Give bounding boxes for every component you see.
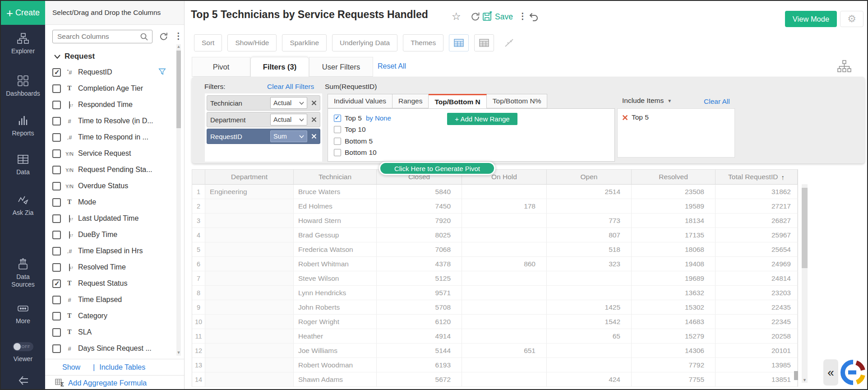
table-row[interactable]: 4 Brad Gessup 8025 807 17135 25967 [192, 228, 798, 242]
sidebar-item-explorer[interactable]: Explorer [1, 32, 45, 55]
scrollbar-thumb[interactable] [176, 51, 181, 128]
save-button[interactable]: * Save [482, 11, 513, 22]
table-row[interactable]: 8 Lynn Hendricks 9571 13632 23203 [192, 286, 798, 300]
table-row[interactable]: 10 Roger Wright 6120 1542 14683 22345 [192, 315, 798, 329]
column-item[interactable]: Y/N Overdue Status [45, 178, 176, 194]
underlying-data-button[interactable]: Underlying Data [332, 34, 397, 51]
column-item[interactable]: T Request Status [45, 275, 176, 292]
sidebar-item-more[interactable]: More [1, 302, 45, 325]
table-row[interactable]: 6 Robert Whitman 4378 860 323 19408 2496… [192, 257, 798, 271]
themes-button[interactable]: Themes [403, 34, 443, 51]
column-group-request[interactable]: Request [54, 52, 95, 61]
undo-icon[interactable] [528, 11, 540, 23]
column-item[interactable]: # Time Elapsed [45, 292, 176, 308]
add-aggregate-formula-link[interactable]: Σ Add Aggregate Formula [45, 375, 184, 390]
clear-all-filters-link[interactable]: Clear All Filters [267, 83, 314, 91]
column-item[interactable]: .# Time to Respond in ... [45, 129, 176, 145]
column-checkbox[interactable] [52, 68, 61, 77]
column-item[interactable]: Y/N Request Pending Sta... [45, 162, 176, 178]
column-item[interactable]: *# RequestID [45, 64, 176, 80]
table-scrollbar[interactable]: ▼ [802, 184, 808, 383]
filter-chip-department[interactable]: Department Actual [207, 112, 320, 127]
refresh-report-icon[interactable] [470, 11, 482, 23]
column-checkbox[interactable] [52, 133, 61, 142]
table-scrollbar-thumb[interactable] [802, 188, 808, 268]
column-checkbox[interactable] [52, 279, 61, 288]
scroll-down-icon[interactable]: ▼ [176, 350, 181, 355]
subtab-individual-values[interactable]: Individual Values [328, 94, 392, 108]
reset-all-link[interactable]: Reset All [378, 62, 406, 70]
column-item[interactable]: T SLA [45, 324, 176, 340]
by-none-link[interactable]: by None [366, 114, 391, 122]
search-columns-input[interactable]: Search Columns [52, 30, 152, 43]
scroll-corner-thumb[interactable] [794, 371, 798, 380]
column-item[interactable]: T Category [45, 308, 176, 324]
column-checkbox[interactable] [52, 328, 61, 337]
column-item[interactable]: T Completion Age Tier [45, 80, 176, 97]
view-mode-button[interactable]: View Mode [785, 11, 837, 27]
tab-pivot[interactable]: Pivot [192, 57, 250, 77]
table-scroll-down-icon[interactable]: ▼ [802, 378, 808, 382]
option-top-10[interactable]: Top 10 [328, 124, 614, 136]
column-item[interactable]: 17 Responded Time [45, 97, 176, 113]
table-row[interactable]: 9 John Roberts 5708 1425 15302 22435 [192, 300, 798, 315]
compact-view-button[interactable] [474, 34, 494, 51]
sidebar-item-data[interactable]: Data [1, 153, 45, 176]
option-bottom-5[interactable]: Bottom 5 [328, 135, 614, 147]
sidebar-item-viewer[interactable]: OFF Viewer [1, 342, 45, 362]
remove-item-icon[interactable] [622, 115, 628, 121]
zoho-analytics-logo[interactable] [839, 358, 867, 386]
table-row[interactable]: 11 Heather 4914 65 15279 20258 [192, 329, 798, 344]
column-item[interactable]: 17 Last Updated Time [45, 210, 176, 227]
column-checkbox[interactable] [52, 263, 61, 272]
column-checkbox[interactable] [52, 101, 61, 109]
option-checkbox[interactable] [334, 149, 341, 156]
table-row[interactable]: 1 Engineering Bruce Waters 5840 2514 235… [192, 185, 798, 199]
subtab-ranges[interactable]: Ranges [392, 94, 429, 108]
column-checkbox[interactable] [52, 182, 61, 190]
include-items-dropdown[interactable]: Include Items▼ [622, 97, 672, 105]
subtab-top-bottom-n[interactable]: Top/Bottom N [429, 94, 486, 108]
sidebar-item-ask-zia[interactable]: Ask Zia [1, 194, 45, 217]
table-row[interactable]: 7 Steve Wilson 5125 19689 24814 [192, 271, 798, 286]
column-header-resolved[interactable]: Resolved [632, 170, 716, 185]
option-bottom-10[interactable]: Bottom 10 [328, 147, 614, 159]
column-checkbox[interactable] [52, 296, 61, 304]
column-item[interactable]: 17 Resolved Time [45, 259, 176, 275]
columns-menu-icon[interactable]: ⋮ [174, 31, 183, 41]
collapse-panel-button[interactable]: « [823, 359, 838, 385]
add-new-range-button[interactable]: + Add New Range [447, 113, 517, 125]
subtab-top-bottom-n-[interactable]: Top/Bottom N% [487, 94, 548, 108]
column-item[interactable]: .# Time Elapsed in Hrs [45, 243, 176, 259]
column-checkbox[interactable] [52, 344, 61, 353]
column-checkbox[interactable] [52, 149, 61, 158]
option-checkbox[interactable] [334, 115, 341, 122]
tab-filters-3[interactable]: Filters (3) [250, 57, 309, 77]
column-item[interactable]: T Mode [45, 194, 176, 210]
filter-chip-technician[interactable]: Technician Actual [207, 95, 320, 111]
table-row[interactable]: 2 Ed Holmes 7450 178 19589 27217 [192, 199, 798, 214]
remove-filter-icon[interactable] [311, 100, 317, 106]
aggregate-select[interactable]: Actual [270, 114, 307, 125]
table-row[interactable]: 12 Joe Williams 5144 651 14306 20101 [192, 344, 798, 358]
table-row[interactable]: 5 Frederica Watson 7068 518 18068 25654 [192, 242, 798, 257]
column-checkbox[interactable] [52, 117, 61, 125]
filter-chip-requestid[interactable]: RequestID Sum [207, 129, 320, 144]
columns-scrollbar[interactable]: ▲ ▼ [176, 44, 181, 356]
filter-funnel-icon[interactable] [158, 68, 166, 77]
column-checkbox[interactable] [52, 247, 61, 255]
include-clear-all-link[interactable]: Clear All [704, 98, 730, 106]
show-hide-button[interactable]: Show/Hide [227, 34, 277, 51]
hierarchy-icon[interactable] [837, 60, 851, 73]
sparkline-button[interactable]: Sparkline [282, 34, 327, 51]
scroll-up-icon[interactable]: ▲ [176, 44, 181, 49]
column-header-department[interactable]: Department [205, 170, 294, 185]
column-header-total-requestid[interactable]: Total RequestID↑ [716, 170, 798, 185]
include-tables-link[interactable]: Include Tables [99, 363, 145, 371]
column-checkbox[interactable] [52, 84, 61, 93]
sidebar-item-dashboards[interactable]: Dashboards [1, 75, 45, 98]
create-button[interactable]: +Create [1, 1, 45, 25]
tab-user-filters[interactable]: User Filters [309, 57, 373, 77]
table-row[interactable]: 13 Robert Woodman 6193 7792 13985 [192, 358, 798, 372]
column-header-open[interactable]: Open [547, 170, 632, 185]
